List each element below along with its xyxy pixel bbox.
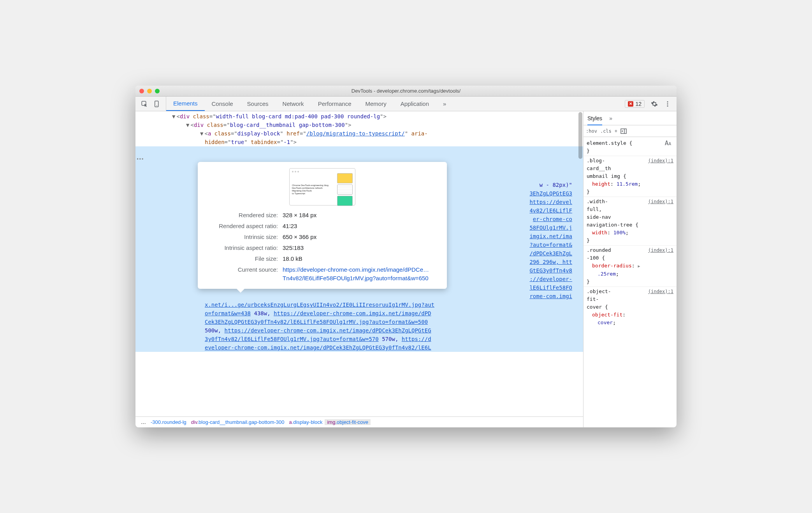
intrinsic-ar-value: 325∶183 [283,244,441,252]
dom-line-frag[interactable]: rome-com.imgi [135,292,583,300]
breadcrumb: … -300.rounded-lg div.blog-card__thumbna… [135,416,583,427]
rendered-ar-value: 41∶23 [283,222,441,230]
tab-memory[interactable]: Memory [359,97,394,111]
elements-pane: ▼<div class="width-full blog-card md:pad… [135,111,583,427]
cls-toggle[interactable]: .cls [600,128,612,134]
styles-body[interactable]: AA element.style { } (index):1 .blog-car… [584,137,677,427]
filter-row: :hov .cls + [584,125,677,137]
image-info-tooltip: Chrome DevTools engineering blog DevTool… [198,162,447,289]
dom-line-cont[interactable]: eveloper-chrome-com.imgix.net/image/dPDC… [135,343,583,352]
svg-point-5 [667,105,668,106]
scrollbar[interactable] [578,112,582,159]
device-toggle-icon[interactable] [153,100,160,107]
intrinsic-ar-label: Intrinsic aspect ratio: [204,244,278,252]
dom-line[interactable]: ▼<div class="width-full blog-card md:pad… [135,112,583,121]
kebab-icon[interactable] [664,100,671,107]
breadcrumb-item-active[interactable]: img.object-fit-cove [325,419,371,425]
style-rule[interactable]: (index):1 .rounded-100 { border-radius: … [584,246,677,287]
tab-console[interactable]: Console [205,97,240,111]
style-rule[interactable]: (index):1 .width-full,side-navnavigation… [584,197,677,246]
svg-point-3 [667,101,668,102]
file-size-label: File size: [204,255,278,263]
window-title: DevTools - developer.chrome.com/tags/dev… [135,88,677,94]
styles-tabs: Styles » [584,111,677,125]
rendered-size-label: Rendered size: [204,211,278,220]
svg-point-4 [667,103,668,104]
intrinsic-size-value: 650 × 366 px [283,233,441,241]
content: ▼<div class="width-full blog-card md:pad… [135,111,677,427]
error-badge[interactable]: ✕ 12 [625,100,645,108]
tab-elements[interactable]: Elements [166,97,205,111]
tool-group [135,97,166,111]
rendered-ar-label: Rendered aspect ratio: [204,222,278,230]
file-size-value: 18.0 kB [283,255,441,263]
dom-line-cont[interactable]: Cek3EhZgLQPGtEG3y0fTn4v82/lE6LiflFe58FOU… [135,318,583,326]
breadcrumb-overflow[interactable]: … [139,419,148,425]
dom-line[interactable]: hidden="true" tabindex="-1"> [135,138,583,146]
toolbar: Elements Console Sources Network Perform… [135,97,677,111]
intrinsic-size-label: Intrinsic size: [204,233,278,241]
styles-tab-overflow[interactable]: » [609,115,612,121]
breadcrumb-item[interactable]: a.display-block [286,419,325,425]
error-icon: ✕ [628,101,633,107]
styles-pane: Styles » :hov .cls + AA element.style { … [583,111,677,427]
tab-sources[interactable]: Sources [240,97,276,111]
error-count: 12 [635,101,642,107]
breadcrumb-item[interactable]: -300.rounded-lg [148,419,189,425]
maximize-icon[interactable] [155,89,160,93]
close-icon[interactable] [139,89,144,93]
tab-overflow[interactable]: » [436,97,453,111]
hov-toggle[interactable]: :hov [586,128,597,134]
toolbar-right: ✕ 12 [619,97,677,111]
gear-icon[interactable] [651,100,658,107]
dom-tree[interactable]: ▼<div class="width-full blog-card md:pad… [135,111,583,416]
dom-line-cont[interactable]: 500w, https://developer-chrome-com.imgix… [135,326,583,335]
new-rule-button[interactable]: + [615,128,617,134]
titlebar: DevTools - developer.chrome.com/tags/dev… [135,86,677,97]
href-link[interactable]: /blog/migrating-to-typescript/ [306,130,405,137]
dom-ellipsis: ••• [136,155,144,163]
font-size-icon[interactable]: AA [665,139,671,147]
source-link[interactable]: (index):1 [648,288,673,295]
style-rule[interactable]: (index):1 .blog-card__thumbnail img { he… [584,156,677,197]
dom-line-cont[interactable]: o=format&w=438 438w, https://developer-c… [135,309,583,318]
current-source-link[interactable]: https://developer-chrome-com.imgix.net/i… [283,266,429,281]
panel-tabs: Elements Console Sources Network Perform… [166,97,619,111]
breadcrumb-item[interactable]: div.blog-card__thumbnail.gap-bottom-300 [189,419,287,425]
thumbnail-preview: Chrome DevTools engineering blog DevTool… [289,168,355,206]
source-link[interactable]: (index):1 [648,198,673,206]
styles-tab-active[interactable]: Styles [587,115,602,125]
dom-line-cont[interactable]: 3y0fTn4v82/lE6LiflFe58FOUlg1rMV.jpg?auto… [135,335,583,343]
dom-line[interactable]: ▼<div class="blog-card__thumbnail gap-bo… [135,121,583,129]
minimize-icon[interactable] [147,89,152,93]
style-rule[interactable]: (index):1 .object-fit-cover { object-fit… [584,287,677,327]
current-source-value: https://developer-chrome-com.imgix.net/i… [283,265,441,283]
tab-application[interactable]: Application [394,97,436,111]
style-rule[interactable]: element.style { } [584,139,677,156]
image-info-rows: Rendered size: 328 × 184 px Rendered asp… [204,211,441,283]
sidebar-toggle-icon[interactable] [620,128,627,134]
current-source-label: Current source: [204,265,278,283]
source-link[interactable]: (index):1 [648,157,673,165]
tab-network[interactable]: Network [276,97,311,111]
traffic-lights [139,89,160,93]
dom-line-cont[interactable]: x.net/i...ge/urbceksEnzgLurgLEgsyUIIn4vo… [135,300,583,309]
source-link[interactable]: (index):1 [648,246,673,254]
inspect-icon[interactable] [141,100,148,107]
tab-performance[interactable]: Performance [311,97,359,111]
devtools-window: DevTools - developer.chrome.com/tags/dev… [135,86,677,427]
dom-line[interactable]: ▼<a class="display-block" href="/blog/mi… [135,129,583,138]
rendered-size-value: 328 × 184 px [283,211,441,220]
